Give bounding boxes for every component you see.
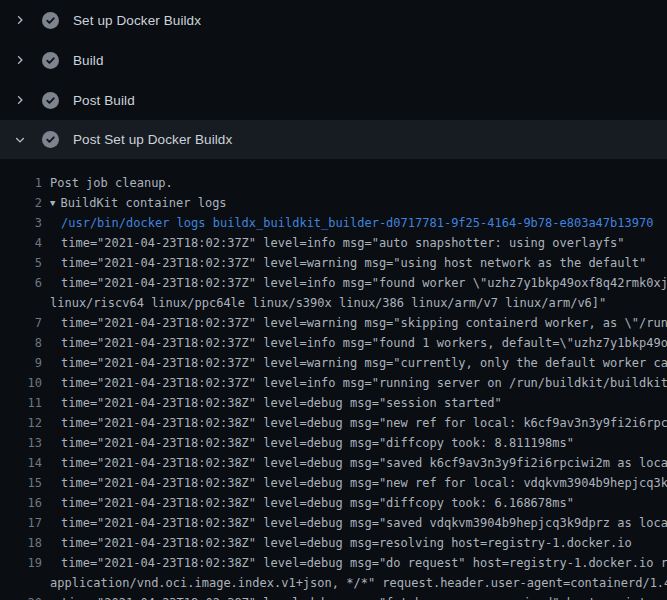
log-line: 16time="2021-04-23T18:02:38Z" level=debu… xyxy=(0,493,667,513)
log-line-text: time="2021-04-23T18:02:38Z" level=debug … xyxy=(42,533,667,553)
line-number[interactable]: 4 xyxy=(0,233,42,253)
log-line-text: time="2021-04-23T18:02:38Z" level=debug … xyxy=(42,433,667,453)
log-line-text: time="2021-04-23T18:02:37Z" level=info m… xyxy=(42,333,667,353)
line-number[interactable]: 16 xyxy=(0,493,42,513)
line-number[interactable]: 6 xyxy=(0,273,42,293)
chevron-right-icon[interactable] xyxy=(12,12,28,28)
log-line-text: time="2021-04-23T18:02:37Z" level=warnin… xyxy=(42,353,667,373)
log-line: 2▼BuildKit container logs xyxy=(0,193,667,213)
log-line-text: time="2021-04-23T18:02:37Z" level=info m… xyxy=(42,233,667,253)
log-line: 3/usr/bin/docker logs buildx_buildkit_bu… xyxy=(0,213,667,233)
log-line-wrap: application/vnd.oci.image.index.v1+json,… xyxy=(0,573,667,593)
line-number[interactable]: 7 xyxy=(0,313,42,333)
chevron-down-icon[interactable] xyxy=(12,132,28,148)
log-line: 18time="2021-04-23T18:02:38Z" level=debu… xyxy=(0,533,667,553)
log-line: 7time="2021-04-23T18:02:37Z" level=warni… xyxy=(0,313,667,333)
step-list: Set up Docker BuildxBuildPost BuildPost … xyxy=(0,0,667,159)
line-number[interactable]: 15 xyxy=(0,473,42,493)
log-line: 11time="2021-04-23T18:02:38Z" level=debu… xyxy=(0,393,667,413)
step-label: Set up Docker Buildx xyxy=(73,13,201,28)
log-line: 4time="2021-04-23T18:02:37Z" level=info … xyxy=(0,233,667,253)
step-row-build[interactable]: Build xyxy=(0,40,667,80)
line-number[interactable]: 9 xyxy=(0,353,42,373)
log-line-text: time="2021-04-23T18:02:37Z" level=info m… xyxy=(42,373,667,393)
log-line: 15time="2021-04-23T18:02:38Z" level=debu… xyxy=(0,473,667,493)
log-line: 10time="2021-04-23T18:02:37Z" level=info… xyxy=(0,373,667,393)
check-circle-icon xyxy=(42,92,59,109)
step-row-set-up-docker-buildx[interactable]: Set up Docker Buildx xyxy=(0,0,667,40)
log-content: 1Post job cleanup.2▼BuildKit container l… xyxy=(0,159,667,600)
check-circle-icon xyxy=(42,12,59,29)
log-line: 20time="2021-04-23T18:02:38Z" level=debu… xyxy=(0,593,667,600)
log-line-text: application/vnd.oci.image.index.v1+json,… xyxy=(42,573,667,593)
line-number[interactable]: 12 xyxy=(0,413,42,433)
log-line-text: time="2021-04-23T18:02:38Z" level=debug … xyxy=(42,593,667,600)
log-line-text: linux/riscv64 linux/ppc64le linux/s390x … xyxy=(42,293,667,313)
log-line-text: time="2021-04-23T18:02:38Z" level=debug … xyxy=(42,413,667,433)
log-line-text: time="2021-04-23T18:02:38Z" level=debug … xyxy=(42,553,667,573)
log-line: 13time="2021-04-23T18:02:38Z" level=debu… xyxy=(0,433,667,453)
log-line-text: time="2021-04-23T18:02:37Z" level=warnin… xyxy=(42,313,667,333)
check-circle-icon xyxy=(42,131,59,148)
line-number[interactable]: 3 xyxy=(0,213,42,233)
check-circle-icon xyxy=(42,52,59,69)
step-label: Build xyxy=(73,53,104,68)
line-number[interactable]: 19 xyxy=(0,553,42,573)
chevron-right-icon[interactable] xyxy=(12,52,28,68)
log-line: 17time="2021-04-23T18:02:38Z" level=debu… xyxy=(0,513,667,533)
step-label: Post Set up Docker Buildx xyxy=(73,132,232,147)
line-number[interactable]: 14 xyxy=(0,453,42,473)
line-number xyxy=(0,293,42,313)
line-number[interactable]: 11 xyxy=(0,393,42,413)
log-line-text: Post job cleanup. xyxy=(42,173,667,193)
log-line: 19time="2021-04-23T18:02:38Z" level=debu… xyxy=(0,553,667,573)
log-command-text: /usr/bin/docker logs buildx_buildkit_bui… xyxy=(42,213,667,233)
line-number[interactable]: 20 xyxy=(0,593,42,600)
log-line: 5time="2021-04-23T18:02:37Z" level=warni… xyxy=(0,253,667,273)
log-line-text: time="2021-04-23T18:02:38Z" level=debug … xyxy=(42,513,667,533)
log-line: 9time="2021-04-23T18:02:37Z" level=warni… xyxy=(0,353,667,373)
line-number[interactable]: 17 xyxy=(0,513,42,533)
log-line: 1Post job cleanup. xyxy=(0,173,667,193)
log-line-text: time="2021-04-23T18:02:37Z" level=info m… xyxy=(42,273,667,293)
step-row-post-set-up-docker-buildx[interactable]: Post Set up Docker Buildx xyxy=(0,120,667,159)
line-number[interactable]: 8 xyxy=(0,333,42,353)
log-line-wrap: linux/riscv64 linux/ppc64le linux/s390x … xyxy=(0,293,667,313)
log-line-text: time="2021-04-23T18:02:38Z" level=debug … xyxy=(42,493,667,513)
line-number[interactable]: 13 xyxy=(0,433,42,453)
step-row-post-build[interactable]: Post Build xyxy=(0,80,667,120)
log-line: 14time="2021-04-23T18:02:38Z" level=debu… xyxy=(0,453,667,473)
log-line-text: time="2021-04-23T18:02:38Z" level=debug … xyxy=(42,393,667,413)
chevron-right-icon[interactable] xyxy=(12,92,28,108)
line-number[interactable]: 1 xyxy=(0,173,42,193)
log-line: 8time="2021-04-23T18:02:37Z" level=info … xyxy=(0,333,667,353)
log-line-text: time="2021-04-23T18:02:38Z" level=debug … xyxy=(42,453,667,473)
step-label: Post Build xyxy=(73,93,135,108)
group-collapse-icon[interactable]: ▼ xyxy=(50,193,55,213)
line-number xyxy=(0,573,42,593)
line-number[interactable]: 10 xyxy=(0,373,42,393)
log-line-text: time="2021-04-23T18:02:37Z" level=warnin… xyxy=(42,253,667,273)
actions-log-viewer: Set up Docker BuildxBuildPost BuildPost … xyxy=(0,0,667,600)
log-line: 6time="2021-04-23T18:02:37Z" level=info … xyxy=(0,273,667,293)
line-number[interactable]: 5 xyxy=(0,253,42,273)
log-group-label: BuildKit container logs xyxy=(60,196,226,210)
line-number[interactable]: 18 xyxy=(0,533,42,553)
log-line-text: time="2021-04-23T18:02:38Z" level=debug … xyxy=(42,473,667,493)
log-line: 12time="2021-04-23T18:02:38Z" level=debu… xyxy=(0,413,667,433)
line-number[interactable]: 2 xyxy=(0,193,42,213)
